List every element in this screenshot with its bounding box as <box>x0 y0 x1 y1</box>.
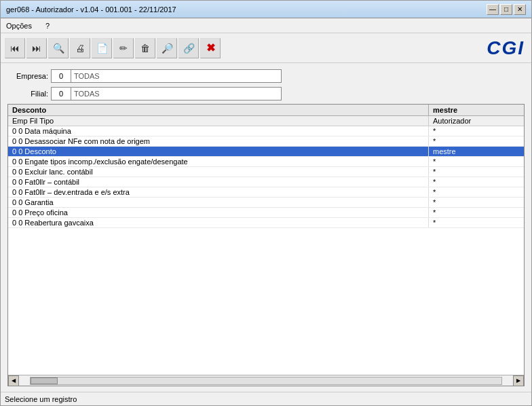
filial-label: Filial: <box>7 90 48 98</box>
row-autorizador: * <box>429 198 524 207</box>
new-button[interactable]: 📄 <box>92 38 112 58</box>
table-row[interactable]: 0 0 Preço oficina* <box>8 208 524 218</box>
filial-num-input[interactable] <box>51 87 71 100</box>
row-tipo: 0 0 Reabertura gavcaixa <box>8 218 429 227</box>
row-autorizador: * <box>429 157 524 166</box>
window-title: ger068 - Autorizador - v1.04 - 001.001 -… <box>6 5 176 14</box>
row-tipo: 0 0 Data máquina <box>8 126 429 136</box>
scroll-thumb[interactable] <box>31 377 58 384</box>
table-subheader: Emp Fil Tipo Autorizador <box>8 116 524 126</box>
table-body[interactable]: 0 0 Data máquina*0 0 Desassociar NFe com… <box>8 126 524 375</box>
empresa-row: Empresa: <box>7 69 525 84</box>
delete-icon: 🗑 <box>140 43 150 54</box>
print-button[interactable]: 🖨 <box>70 38 90 58</box>
menu-help[interactable]: ? <box>43 21 52 31</box>
menu-opcoes[interactable]: Opções <box>3 21 35 31</box>
row-tipo: 0 0 Preço oficina <box>8 208 429 217</box>
table-row[interactable]: 0 0 Reabertura gavcaixa* <box>8 218 524 228</box>
new-icon: 📄 <box>96 43 108 54</box>
empresa-input-group <box>51 69 282 83</box>
filial-text-input[interactable] <box>71 87 282 100</box>
print-icon: 🖨 <box>75 43 85 54</box>
status-bar: Selecione um registro <box>1 392 531 405</box>
row-autorizador: * <box>429 208 524 217</box>
row-autorizador: * <box>429 167 524 177</box>
table-row[interactable]: 0 0 Fat0llr – dev.entrada e e/s extra* <box>8 187 524 198</box>
row-autorizador: * <box>429 136 524 146</box>
scroll-right-button[interactable]: ▶ <box>513 375 524 386</box>
filial-row: Filial: <box>7 86 525 101</box>
row-tipo: 0 0 Desconto <box>8 147 429 156</box>
main-window: ger068 - Autorizador - v1.04 - 001.001 -… <box>0 0 532 406</box>
last-record-icon: ⏭ <box>32 43 41 54</box>
table-header: Desconto mestre <box>8 105 524 116</box>
minimize-button[interactable]: — <box>487 4 499 15</box>
toolbar: ⏮ ⏭ 🔍 🖨 📄 ✏ 🗑 🔎 🔗 ✖ CGI <box>1 33 531 63</box>
last-record-button[interactable]: ⏭ <box>26 38 47 58</box>
row-autorizador: * <box>429 187 524 197</box>
row-tipo: 0 0 Engate tipos incomp./exclusão engate… <box>8 157 429 166</box>
delete-button[interactable]: 🗑 <box>135 38 155 58</box>
table-row[interactable]: 0 0 Engate tipos incomp./exclusão engate… <box>8 157 524 167</box>
status-text: Selecione um registro <box>5 395 77 403</box>
find-icon: 🔎 <box>162 43 173 54</box>
cancel-icon: ✖ <box>206 41 215 54</box>
scroll-left-button[interactable]: ◀ <box>8 375 19 386</box>
filial-input-group <box>51 87 282 100</box>
first-record-icon: ⏮ <box>10 43 20 54</box>
empresa-label: Empresa: <box>7 72 48 80</box>
row-tipo: 0 0 Fat0llr – dev.entrada e e/s extra <box>8 187 429 197</box>
link-button[interactable]: 🔗 <box>178 38 199 58</box>
maximize-button[interactable]: □ <box>500 4 512 15</box>
table-row[interactable]: 0 0 Desassociar NFe com nota de origem* <box>8 136 524 147</box>
row-tipo: 0 0 Desassociar NFe com nota de origem <box>8 136 429 146</box>
row-autorizador: * <box>429 177 524 187</box>
table-row[interactable]: 0 0 Fat0llr – contábil* <box>8 177 524 187</box>
table-row[interactable]: 0 0 Garantia* <box>8 198 524 208</box>
subheader-right: Autorizador <box>429 116 524 126</box>
row-tipo: 0 0 Garantia <box>8 198 429 207</box>
row-autorizador: * <box>429 126 524 136</box>
link-icon: 🔗 <box>183 43 195 54</box>
title-bar: ger068 - Autorizador - v1.04 - 001.001 -… <box>1 1 531 18</box>
col-mestre-header: mestre <box>429 105 524 115</box>
edit-button[interactable]: ✏ <box>113 38 134 58</box>
empresa-text-input[interactable] <box>71 69 282 83</box>
table-row[interactable]: 0 0 Data máquina* <box>8 126 524 136</box>
close-button[interactable]: ✕ <box>514 4 526 15</box>
table-row[interactable]: 0 0 Descontomestre <box>8 147 524 157</box>
data-table: Desconto mestre Emp Fil Tipo Autorizador… <box>7 104 525 386</box>
cgi-logo: CGI <box>487 37 525 59</box>
horizontal-scrollbar: ◀ ▶ <box>8 375 524 386</box>
col-desconto-header: Desconto <box>8 105 429 115</box>
search-icon: 🔍 <box>53 43 64 54</box>
search-button[interactable]: 🔍 <box>48 38 69 58</box>
first-record-button[interactable]: ⏮ <box>5 38 25 58</box>
cancel-button[interactable]: ✖ <box>200 38 221 58</box>
content-area: Empresa: Filial: Desconto mestre Emp Fi <box>1 63 531 392</box>
edit-icon: ✏ <box>119 43 128 54</box>
menu-bar: Opções ? <box>1 18 531 33</box>
empresa-num-input[interactable] <box>51 69 71 83</box>
find-button[interactable]: 🔎 <box>157 38 177 58</box>
row-tipo: 0 0 Fat0llr – contábil <box>8 177 429 187</box>
row-autorizador: * <box>429 218 524 227</box>
subheader-left: Emp Fil Tipo <box>8 116 429 126</box>
window-controls: — □ ✕ <box>487 4 526 15</box>
row-tipo: 0 0 Excluir lanc. contábil <box>8 167 429 177</box>
row-autorizador: mestre <box>429 147 524 156</box>
table-row[interactable]: 0 0 Excluir lanc. contábil* <box>8 167 524 177</box>
scroll-track <box>30 377 502 385</box>
